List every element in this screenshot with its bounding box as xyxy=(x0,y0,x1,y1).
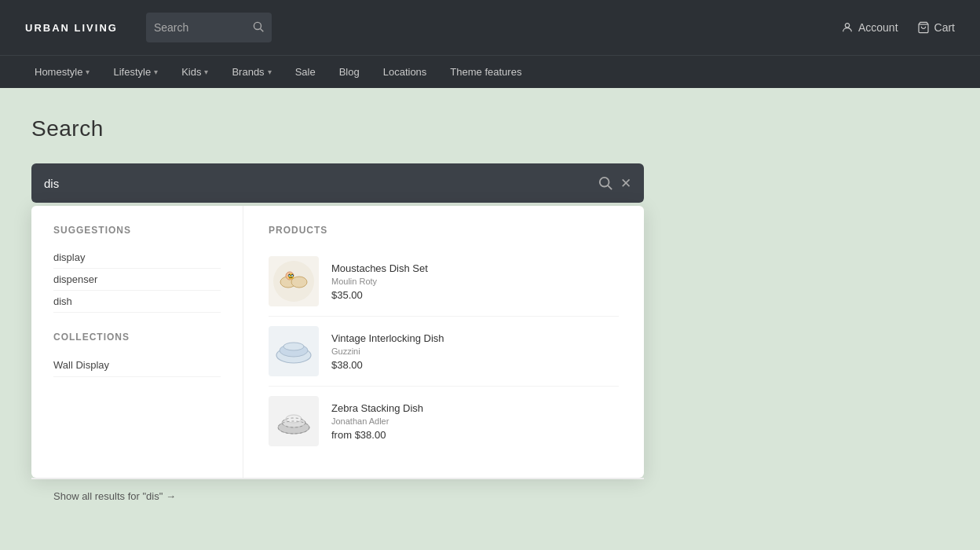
product-list: 🥸 Moustaches Dish Set Moulin Roty $35.00 xyxy=(269,247,619,456)
product-info-2: Vintage Interlocking Dish Guzzini $38.00 xyxy=(331,332,619,371)
chevron-down-icon: ▾ xyxy=(86,68,90,76)
menu-item-locations[interactable]: Locations xyxy=(374,56,437,89)
account-button[interactable]: Account xyxy=(841,21,898,34)
chevron-down-icon: ▾ xyxy=(204,68,208,76)
product-name-3: Zebra Stacking Dish xyxy=(331,402,619,414)
navbar-search[interactable] xyxy=(146,13,272,42)
collections-title: Collections xyxy=(53,332,221,343)
product-price-2: $38.00 xyxy=(331,359,619,371)
collection-list: Wall Display xyxy=(53,354,221,377)
svg-point-13 xyxy=(283,343,304,350)
product-info-1: Moustaches Dish Set Moulin Roty $35.00 xyxy=(331,262,619,301)
suggestion-display[interactable]: display xyxy=(53,247,221,269)
account-label: Account xyxy=(858,21,898,34)
product-name-1: Moustaches Dish Set xyxy=(331,262,619,274)
product-brand-3: Jonathan Adler xyxy=(331,416,619,426)
suggestion-list: display dispenser dish xyxy=(53,247,221,313)
search-dropdown: Suggestions display dispenser dish Colle… xyxy=(31,206,644,478)
show-all-results[interactable]: Show all results for "dis" → xyxy=(31,478,644,513)
product-price-value-1: $35.00 xyxy=(331,289,363,301)
product-brand-1: Moulin Roty xyxy=(331,277,619,286)
chevron-down-icon: ▾ xyxy=(154,68,158,76)
search-icon[interactable] xyxy=(598,176,612,190)
product-zebra[interactable]: Zebra Stacking Dish Jonathan Adler from … xyxy=(269,387,619,456)
clear-search-icon[interactable]: ✕ xyxy=(620,175,631,192)
suggestions-title: Suggestions xyxy=(53,225,221,236)
svg-line-5 xyxy=(608,185,612,189)
page-content: Search ✕ Suggestions display dispenser d… xyxy=(0,88,980,544)
page-title: Search xyxy=(31,116,949,141)
cart-label: Cart xyxy=(934,21,955,34)
menu-item-homestyle[interactable]: Homestyle ▾ xyxy=(25,56,99,89)
menu-item-brands[interactable]: Brands ▾ xyxy=(222,56,280,89)
main-search-input[interactable] xyxy=(44,177,598,190)
suggestion-dispenser[interactable]: dispenser xyxy=(53,269,221,291)
svg-text:🥸: 🥸 xyxy=(287,273,294,280)
svg-point-4 xyxy=(600,178,609,187)
search-container: ✕ Suggestions display dispenser dish Col… xyxy=(31,163,644,513)
left-panel: Suggestions display dispenser dish Colle… xyxy=(31,206,243,478)
cart-button[interactable]: Cart xyxy=(917,21,955,34)
products-title: Products xyxy=(269,225,619,236)
product-info-3: Zebra Stacking Dish Jonathan Adler from … xyxy=(331,402,619,441)
product-thumb-2 xyxy=(269,326,319,376)
menu-item-kids[interactable]: Kids ▾ xyxy=(172,56,218,89)
menu-item-blog[interactable]: Blog xyxy=(330,56,369,89)
menu-item-lifestyle[interactable]: Lifestyle ▾ xyxy=(104,56,167,89)
navbar-search-icon xyxy=(253,21,264,35)
product-thumb-3 xyxy=(269,396,319,446)
navbar-search-input[interactable] xyxy=(154,21,247,34)
suggestion-dish[interactable]: dish xyxy=(53,291,221,313)
product-thumb-1: 🥸 xyxy=(269,256,319,306)
menu-item-sale[interactable]: Sale xyxy=(286,56,325,89)
account-icon xyxy=(841,21,854,34)
product-moustaches[interactable]: 🥸 Moustaches Dish Set Moulin Roty $35.00 xyxy=(269,247,619,317)
product-price-1: $35.00 xyxy=(331,289,619,301)
product-price-prefix-3: from xyxy=(331,429,355,441)
main-search-bar[interactable]: ✕ xyxy=(31,163,644,203)
navbar: URBAN LIVING Account Cart xyxy=(0,0,980,55)
brand-logo[interactable]: URBAN LIVING xyxy=(25,22,118,34)
svg-point-2 xyxy=(845,24,849,28)
chevron-down-icon: ▾ xyxy=(268,68,272,76)
svg-line-1 xyxy=(260,28,263,31)
svg-point-0 xyxy=(254,22,261,29)
product-vintage[interactable]: Vintage Interlocking Dish Guzzini $38.00 xyxy=(269,317,619,387)
menu-item-theme-features[interactable]: Theme features xyxy=(441,56,531,89)
product-price-value-3: $38.00 xyxy=(355,429,386,441)
right-panel: Products 🥸 xyxy=(243,206,644,478)
product-price-value-2: $38.00 xyxy=(331,359,363,371)
collection-wall-display[interactable]: Wall Display xyxy=(53,354,221,377)
product-name-2: Vintage Interlocking Dish xyxy=(331,332,619,344)
show-all-wrapper: Show all results for "dis" → xyxy=(31,478,644,513)
cart-icon xyxy=(917,21,930,34)
product-brand-2: Guzzini xyxy=(331,346,619,356)
nav-right: Account Cart xyxy=(841,21,955,34)
product-price-3: from $38.00 xyxy=(331,429,619,441)
menubar: Homestyle ▾ Lifestyle ▾ Kids ▾ Brands ▾ … xyxy=(0,55,980,88)
